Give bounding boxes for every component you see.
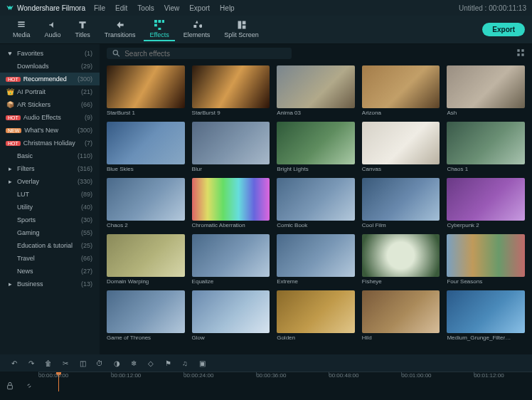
sidebar-item-ai-portrait[interactable]: 👑AI Portrait(21) (0, 85, 100, 98)
effect-label: Domain Warping (107, 278, 185, 285)
sidebar-item-count: (30) (81, 216, 92, 223)
sidebar-item-basic[interactable]: Basic(110) (0, 149, 100, 162)
sidebar-item-label: Utility (17, 204, 81, 211)
speed-icon[interactable]: ⏱ (95, 359, 104, 367)
effect-thumb (362, 290, 440, 333)
track-lock-icon[interactable] (6, 381, 14, 390)
effect-card[interactable]: Chromatic Aberration (192, 178, 270, 228)
effect-card[interactable]: Blur (192, 122, 270, 172)
effect-card[interactable]: Arizona (362, 65, 440, 116)
transitions-icon (115, 20, 125, 30)
sidebar-item-education-tutorial[interactable]: Education & tutorial(25) (0, 239, 100, 252)
sidebar-item-business[interactable]: ▸Business(13) (0, 278, 100, 290)
effect-card[interactable]: Hild (362, 290, 440, 341)
effect-card[interactable]: Cyberpunk 2 (447, 178, 525, 228)
effect-card[interactable]: Domain Warping (107, 234, 185, 285)
effect-card[interactable]: Bright Lights (277, 122, 355, 172)
media-icon (16, 20, 26, 30)
search-input[interactable] (124, 50, 286, 58)
effect-card[interactable]: Cool Film (362, 178, 440, 228)
effect-card[interactable]: Blue Skies (107, 122, 185, 172)
effect-label: Four Seasons (447, 278, 525, 285)
sidebar-item-label: Christmas Holiday (23, 140, 85, 147)
effect-card[interactable]: Ash (447, 65, 525, 116)
sidebar-item-audio-effects[interactable]: HOTAudio Effects(9) (0, 111, 100, 124)
grid-view-toggle[interactable] (516, 48, 525, 58)
menu-export[interactable]: Export (189, 4, 210, 12)
undo-icon[interactable]: ↶ (10, 359, 18, 367)
menu-help[interactable]: Help (220, 4, 235, 12)
menu-file[interactable]: File (94, 4, 105, 12)
effect-card[interactable]: Fisheye (362, 234, 440, 285)
sidebar-item-label: What's New (24, 127, 78, 134)
tool-audio[interactable]: Audio (39, 19, 67, 41)
sidebar-item-what-s-new[interactable]: NEWWhat's New(300) (0, 124, 100, 137)
sidebar-item-ar-stickers[interactable]: 📦AR Stickers(66) (0, 98, 100, 111)
effect-card[interactable]: Chaos 1 (447, 122, 525, 172)
effect-card[interactable]: Glow (192, 290, 270, 341)
search-box[interactable] (107, 48, 292, 59)
tool-elements[interactable]: Elements (178, 19, 216, 41)
effect-card[interactable]: Golden (277, 290, 355, 341)
effect-label: Bright Lights (277, 166, 355, 172)
effect-card[interactable]: Canvas (362, 122, 440, 172)
keyframe-icon[interactable]: ◇ (147, 359, 155, 367)
menu-view[interactable]: View (164, 4, 180, 12)
sidebar-item-overlay[interactable]: ▸Overlay(330) (0, 175, 100, 188)
sidebar-item-lut[interactable]: LUT(89) (0, 188, 100, 201)
menu-edit[interactable]: Edit (115, 4, 127, 12)
sidebar-item-recommended[interactable]: HOTRecommended(300) (0, 73, 100, 85)
effect-thumb (447, 290, 525, 333)
crop-icon[interactable]: ◫ (78, 359, 87, 367)
redo-icon[interactable]: ↷ (27, 359, 36, 367)
sidebar-item-label: LUT (17, 191, 81, 198)
sidebar-item-downloads[interactable]: Downloads(29) (0, 60, 100, 73)
effect-card[interactable]: Anima 03 (277, 65, 355, 116)
effect-card[interactable]: Extreme (277, 234, 355, 285)
sidebar-item-news[interactable]: News(27) (0, 265, 100, 278)
timeline-ruler[interactable]: 00:00:00:0000:00:12:0000:00:24:0000:00:3… (38, 372, 532, 391)
tool-transitions[interactable]: Transitions (99, 19, 142, 41)
export-button[interactable]: Export (482, 23, 525, 36)
effect-card[interactable]: Chaos 2 (107, 178, 185, 228)
sidebar-item-count: (66) (81, 255, 92, 262)
sidebar-item-favorites[interactable]: ♥Favorites(1) (0, 47, 100, 60)
marker-icon[interactable]: ⚑ (164, 359, 172, 367)
svg-rect-1 (7, 385, 12, 389)
effects-icon (154, 20, 164, 30)
sidebar-item-christmas-holiday[interactable]: HOTChristmas Holiday(7) (0, 137, 100, 149)
sidebar-item-travel[interactable]: Travel(66) (0, 252, 100, 265)
tool-media[interactable]: Media (7, 19, 36, 41)
sidebar-item-count: (1) (85, 50, 92, 57)
menu-tools[interactable]: Tools (137, 4, 154, 12)
ruler-tick: 00:00:00:00 (38, 372, 68, 379)
effect-card[interactable]: Four Seasons (447, 234, 525, 285)
sidebar-item-utility[interactable]: Utility(40) (0, 201, 100, 214)
sidebar-item-label: Audio Effects (23, 114, 85, 121)
effect-card[interactable]: Game of Thrones (107, 290, 185, 341)
effect-card[interactable]: StarBurst 1 (107, 65, 185, 116)
tool-titles[interactable]: Titles (70, 19, 96, 41)
color-icon[interactable]: ◑ (112, 359, 121, 367)
audio-detach-icon[interactable]: ♫ (181, 359, 189, 367)
render-icon[interactable]: ▣ (198, 359, 206, 367)
sidebar-item-gaming[interactable]: Gaming(55) (0, 226, 100, 239)
track-link-icon[interactable] (25, 381, 33, 390)
sidebar-item-label: Overlay (17, 178, 78, 185)
sidebar-item-sports[interactable]: Sports(30) (0, 214, 100, 226)
effect-card[interactable]: Comic Book (277, 178, 355, 228)
effect-card[interactable]: Medium_Grunge_Filter… (447, 290, 525, 341)
search-row (100, 44, 532, 63)
freeze-icon[interactable]: ❄ (129, 359, 138, 367)
delete-icon[interactable]: 🗑 (44, 359, 53, 367)
effect-thumb (107, 178, 185, 221)
badge: HOT (6, 77, 21, 82)
project-status: Untitled : 00:00:11:13 (459, 4, 526, 12)
tool-effects[interactable]: Effects (144, 19, 174, 41)
effect-card[interactable]: Equalize (192, 234, 270, 285)
effect-card[interactable]: StarBurst 9 (192, 65, 270, 116)
sidebar-item-filters[interactable]: ▸Filters(316) (0, 162, 100, 175)
tool-split[interactable]: Split Screen (218, 19, 265, 41)
cut-icon[interactable]: ✂ (61, 359, 70, 367)
sidebar-item-label: Recommended (23, 75, 78, 83)
